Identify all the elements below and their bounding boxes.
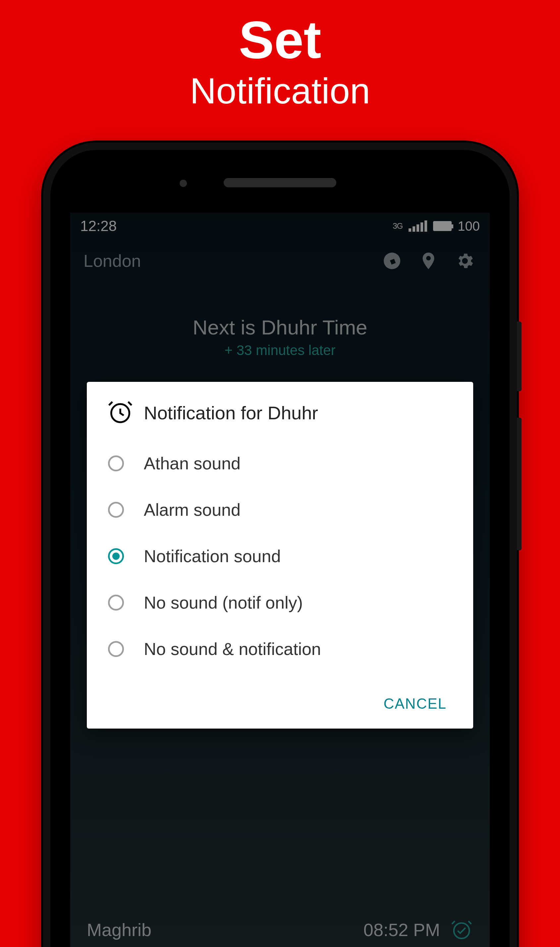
option-notification[interactable]: Notification sound [103,533,457,579]
option-label: Notification sound [144,546,281,566]
option-label: Alarm sound [144,500,241,520]
radio-icon [108,641,124,657]
promo-heading: Set Notification [0,0,560,112]
radio-icon-selected [108,548,124,564]
option-none[interactable]: No sound & notification [103,626,457,672]
phone-side-button [517,322,522,391]
dialog-header: Notification for Dhuhr [103,399,457,427]
front-camera [180,180,187,187]
option-label: No sound (notif only) [144,593,303,613]
phone-bezel: 12:28 3G 100 London [50,150,510,947]
phone-volume-button [517,418,522,550]
dialog-actions: CANCEL [103,689,457,719]
radio-icon [108,594,124,611]
option-alarm[interactable]: Alarm sound [103,487,457,533]
option-label: No sound & notification [144,639,321,659]
promo-line1: Set [0,13,560,66]
radio-icon [108,502,124,518]
speaker-grill [224,178,336,187]
option-label: Athan sound [144,453,241,473]
radio-icon [108,456,124,471]
notification-dialog: Notification for Dhuhr Athan sound Alarm… [87,382,473,728]
dialog-title: Notification for Dhuhr [144,402,318,423]
option-no-sound[interactable]: No sound (notif only) [103,579,457,626]
cancel-button[interactable]: CANCEL [380,689,450,719]
phone-frame: 12:28 3G 100 London [43,143,517,947]
option-athan[interactable]: Athan sound [103,440,457,487]
alarm-clock-icon [107,399,134,427]
promo-line2: Notification [0,69,560,112]
screen: 12:28 3G 100 London [70,213,490,947]
